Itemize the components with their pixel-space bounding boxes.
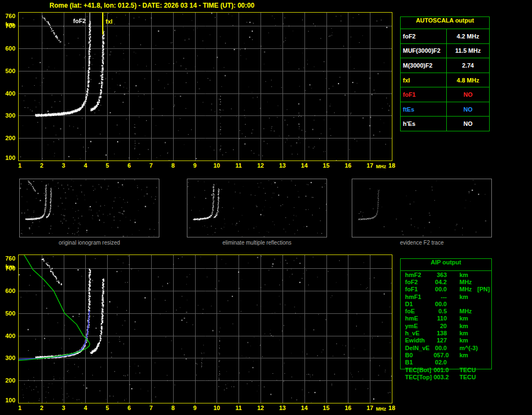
thumbnail-caption-evidence: evidence F2 trace [352, 240, 492, 246]
x-tick-label: 2 [36, 405, 47, 411]
aip-output-rows: hmF2363kmfoF204.2MHzfoF100.0MHz[PN]hmF1-… [401, 271, 491, 380]
thumbnail-original-ionogram [19, 179, 159, 237]
x-tick-label: 4 [80, 162, 91, 169]
x-tick-label: 13 [277, 405, 288, 411]
thumbnail-caption-eliminate: eliminate multiple reflections [187, 240, 327, 246]
x-tick-label: 18 [386, 162, 397, 169]
thumbnail-caption-original: original ionogram resized [19, 240, 159, 246]
bottom-ionogram-plot [18, 254, 392, 403]
aip-row-name: TEC[Top] [401, 374, 434, 380]
y-tick-label: 400 [0, 90, 15, 97]
y-tick-label: 100 [0, 397, 15, 403]
aip-row-name: hmE [401, 315, 434, 322]
aip-row-name: hmF2 [401, 272, 434, 278]
x-tick-label: 15 [320, 405, 331, 411]
aip-row-name: B1 [401, 359, 434, 366]
autoscala-row-value: 4.2 MHz [447, 29, 489, 43]
autoscala-row-label: M(3000)F2 [401, 58, 447, 73]
x-tick-label: 10 [211, 162, 222, 169]
autoscala-row-label: ftEs [401, 102, 447, 117]
x-axis-unit-label: MHz [376, 164, 386, 169]
x-tick-label: 10 [211, 405, 222, 411]
x-tick-label: 1 [14, 162, 25, 169]
aip-row-value: 110 [434, 315, 447, 322]
autoscala-row: ftEsNO [401, 102, 489, 117]
autoscala-row-value: NO [447, 102, 489, 117]
aip-row-value: 02.0 [434, 359, 447, 366]
autoscala-row: h'EsNO [401, 117, 489, 131]
y-tick-label: 200 [0, 377, 15, 384]
aip-row-name: B0 [401, 352, 434, 358]
y-tick-label: 200 [0, 135, 15, 141]
aip-row-value: 138 [434, 330, 447, 336]
thumbnail-original-canvas [20, 179, 159, 237]
x-tick-label: 5 [102, 162, 113, 169]
autoscala-row: MUF(3000)F211.5 MHz [401, 44, 489, 59]
autoscala-row-label: fxI [401, 73, 447, 87]
aip-row: hmE110km [401, 315, 491, 322]
x-tick-label: 16 [342, 162, 353, 169]
aip-row-unit: MHz [459, 286, 472, 292]
aip-row-name: TEC[Bot] [401, 367, 434, 373]
autoscala-row-value: 11.5 MHz [447, 44, 489, 58]
autoscala-row-value: NO [447, 87, 489, 102]
aip-row-unit: km [459, 330, 468, 336]
y-tick-label: 600 [0, 287, 15, 294]
x-tick-label: 16 [342, 405, 353, 411]
y-tick-label: 400 [0, 333, 15, 339]
aip-row-extra: [PN] [478, 286, 490, 292]
aip-row-name: h_vE [401, 330, 434, 336]
aip-row: hmF1---km [401, 293, 491, 300]
aip-row-value: --- [434, 294, 447, 300]
aip-row-value: 00.0 [434, 301, 447, 307]
aip-row-value: 00.0 [434, 286, 447, 292]
aip-row: B0057.0km [401, 351, 491, 358]
x-tick-label: 17 [364, 405, 375, 411]
thumbnail-evidence-f2 [352, 179, 492, 237]
y-tick-label: 500 [0, 310, 15, 317]
thumbnail-eliminate-reflections [187, 179, 327, 237]
aip-row-value: 0.5 [434, 308, 447, 314]
autoscala-row: foF1NO [401, 87, 489, 102]
autoscala-row: foF24.2 MHz [401, 29, 489, 44]
aip-row-unit: TECU [459, 367, 476, 373]
autoscala-row-value: NO [447, 117, 489, 131]
aip-row-unit: MHz [459, 279, 472, 285]
y-tick-label: 100 [0, 154, 15, 161]
autoscala-row-label: foF2 [401, 29, 447, 43]
aip-row-value: 001.0 [434, 367, 447, 373]
y-axis-unit-label: km [0, 263, 14, 270]
aip-row-value: 20 [434, 323, 447, 329]
profile-ionogram-canvas [19, 255, 392, 403]
x-tick-label: 12 [255, 405, 266, 411]
aip-row: foF100.0MHz[PN] [401, 286, 491, 293]
autoscala-row-value: 2.74 [447, 58, 489, 73]
aip-row-value: 003.2 [434, 374, 447, 380]
aip-row: D100.0 [401, 300, 491, 307]
aip-row-unit: km [459, 323, 468, 329]
aip-row-value: 00.0 [434, 345, 447, 351]
autoscala-output-rows: foF24.2 MHzMUF(3000)F211.5 MHzM(3000)F22… [401, 29, 489, 131]
aip-output-panel: AIP output hmF2363kmfoF204.2MHzfoF100.0M… [400, 258, 492, 369]
thumbnail-evidence-canvas [352, 179, 491, 237]
x-tick-label: 17 [364, 162, 375, 169]
x-tick-label: 7 [146, 405, 157, 411]
x-tick-label: 6 [124, 162, 135, 169]
aip-row-value: 04.2 [434, 279, 447, 285]
x-tick-label: 5 [102, 405, 113, 411]
aip-row: DelN_vE00.0m^(-3) [401, 344, 491, 351]
autoscala-window: Rome (lat: +41.8, lon: 012.5) - DATE: 20… [0, 0, 532, 415]
x-tick-label: 13 [277, 162, 288, 169]
y-axis-unit-label: km [0, 21, 14, 27]
autoscala-row-label: MUF(3000)F2 [401, 44, 447, 58]
x-tick-label: 11 [233, 162, 244, 169]
x-tick-label: 1 [14, 405, 25, 411]
x-tick-label: 9 [190, 162, 201, 169]
station-date-header: Rome (lat: +41.8, lon: 012.5) - DATE: 20… [49, 2, 254, 9]
aip-row-unit: km [459, 337, 468, 344]
aip-row-name: D1 [401, 301, 434, 307]
aip-row: Ewidth127km [401, 337, 491, 344]
x-tick-label: 7 [146, 162, 157, 169]
aip-row-name: foF1 [401, 286, 434, 292]
autoscala-output-panel: AUTOSCALA output foF24.2 MHzMUF(3000)F21… [400, 16, 490, 131]
